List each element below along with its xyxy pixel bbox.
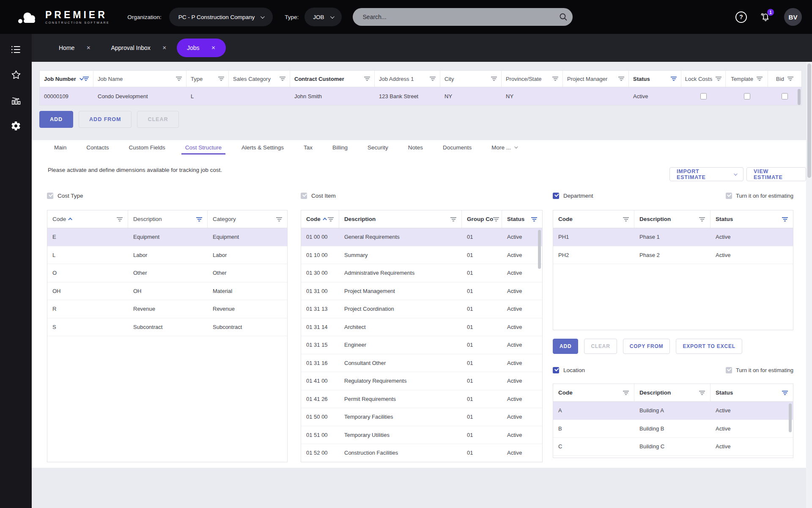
column-header-job-number[interactable]: Job Number bbox=[40, 71, 93, 87]
table-row[interactable]: OH OH Material bbox=[47, 282, 287, 301]
table-row[interactable]: E Equipment Equipment bbox=[47, 228, 287, 246]
department-checkbox[interactable] bbox=[553, 193, 559, 199]
department-add-button[interactable]: ADD bbox=[553, 339, 578, 354]
column-header-description[interactable]: Description bbox=[634, 210, 710, 228]
table-row[interactable]: 01 41 26 Permit Requirements 01 Active bbox=[301, 390, 542, 409]
filter-icon[interactable] bbox=[699, 391, 705, 395]
filter-icon[interactable] bbox=[280, 77, 285, 81]
search-icon[interactable] bbox=[558, 12, 568, 22]
close-icon[interactable]: ✕ bbox=[86, 45, 91, 51]
filter-icon[interactable] bbox=[364, 77, 370, 81]
filter-icon[interactable] bbox=[83, 77, 89, 81]
column-header-description[interactable]: Description bbox=[634, 384, 710, 401]
column-header-status[interactable]: Status bbox=[502, 210, 542, 228]
column-header-bid[interactable]: Bid bbox=[768, 71, 801, 87]
filter-icon[interactable] bbox=[618, 77, 624, 81]
column-header-description[interactable]: Description bbox=[128, 210, 208, 228]
filter-icon[interactable] bbox=[491, 77, 497, 81]
column-header-status[interactable]: Status bbox=[710, 384, 793, 401]
column-header-city[interactable]: City bbox=[440, 71, 502, 87]
tab-approval-inbox[interactable]: Approval Inbox ✕ bbox=[101, 39, 176, 57]
table-row[interactable]: PH2 Phase 2 Active bbox=[553, 246, 793, 265]
tab-alerts-settings[interactable]: Alerts & Settings bbox=[241, 140, 284, 155]
table-row[interactable]: 01 31 14 Architect 01 Active bbox=[301, 318, 542, 337]
location-checkbox[interactable] bbox=[553, 367, 559, 373]
filter-icon[interactable] bbox=[218, 77, 224, 81]
search-input[interactable] bbox=[362, 13, 558, 21]
filter-icon[interactable] bbox=[493, 217, 499, 221]
cost-type-checkbox[interactable] bbox=[47, 193, 53, 199]
help-icon[interactable]: ? bbox=[735, 11, 747, 23]
table-row[interactable]: 01 52 00 Construction Facilities 01 Acti… bbox=[301, 444, 542, 462]
table-row[interactable]: PH1 Phase 1 Active bbox=[553, 228, 793, 246]
table-scrollbar[interactable] bbox=[538, 230, 541, 269]
job-row-selected[interactable]: 00000109 Condo Development L John Smith … bbox=[39, 87, 802, 105]
table-row[interactable]: C Building C Active bbox=[553, 438, 793, 456]
add-from-button[interactable]: ADD FROM bbox=[79, 111, 132, 128]
table-row[interactable]: 01 41 00 Regulatory Requirements 01 Acti… bbox=[301, 372, 542, 390]
template-checkbox[interactable] bbox=[744, 93, 750, 99]
filter-icon[interactable] bbox=[623, 217, 629, 221]
column-header-template[interactable]: Template bbox=[726, 71, 768, 87]
type-select[interactable]: JOB bbox=[304, 8, 341, 26]
tab-notes[interactable]: Notes bbox=[408, 140, 423, 155]
sidebar-item-list[interactable] bbox=[11, 44, 22, 55]
filter-icon[interactable] bbox=[531, 217, 537, 221]
view-estimate-button[interactable]: VIEW ESTIMATE bbox=[746, 167, 806, 181]
import-estimate-button[interactable]: IMPORT ESTIMATE bbox=[669, 167, 743, 181]
department-clear-button[interactable]: CLEAR bbox=[584, 339, 617, 354]
column-header-lock-costs[interactable]: Lock Costs bbox=[681, 71, 726, 87]
filter-icon[interactable] bbox=[552, 77, 558, 81]
column-header-code[interactable]: Code bbox=[553, 210, 634, 228]
table-row[interactable]: O Other Other bbox=[47, 264, 287, 282]
column-header-status[interactable]: Status bbox=[710, 210, 793, 228]
filter-icon[interactable] bbox=[699, 217, 705, 221]
column-header-category[interactable]: Category bbox=[208, 210, 287, 228]
table-row[interactable]: B Building B Active bbox=[553, 420, 793, 438]
tab-tax[interactable]: Tax bbox=[304, 140, 313, 155]
grid-scrollbar[interactable] bbox=[798, 89, 801, 105]
table-row[interactable]: 01 31 00 Project Management 01 Active bbox=[301, 282, 542, 301]
table-row[interactable]: S Subcontract Subcontract bbox=[47, 318, 287, 337]
table-row[interactable]: 01 30 00 Administrative Requirements 01 … bbox=[301, 264, 542, 282]
tab-main[interactable]: Main bbox=[54, 140, 66, 155]
table-row[interactable]: 01 31 15 Engineer 01 Active bbox=[301, 336, 542, 354]
filter-icon[interactable] bbox=[276, 217, 282, 221]
table-row[interactable]: 01 31 16 Consultant Other 01 Active bbox=[301, 354, 542, 373]
column-header-province-state[interactable]: Province/State bbox=[502, 71, 563, 87]
department-copy-from-button[interactable]: COPY FROM bbox=[623, 339, 670, 354]
filter-icon[interactable] bbox=[782, 217, 788, 221]
department-export-to-excel-button[interactable]: EXPORT TO EXCEL bbox=[676, 339, 742, 354]
filter-icon[interactable] bbox=[623, 391, 629, 395]
bid-checkbox[interactable] bbox=[782, 93, 788, 99]
search-bar[interactable] bbox=[353, 8, 573, 26]
lock-costs-checkbox[interactable] bbox=[700, 93, 707, 99]
table-row[interactable]: 01 10 00 Summary 01 Active bbox=[301, 246, 542, 265]
filter-icon[interactable] bbox=[757, 77, 763, 81]
sidebar-item-settings[interactable] bbox=[11, 120, 22, 131]
tab-more[interactable]: More ... bbox=[491, 140, 517, 155]
organization-select[interactable]: PC - P Construction Company bbox=[169, 8, 273, 26]
filter-icon[interactable] bbox=[328, 217, 334, 221]
cost-item-checkbox[interactable] bbox=[301, 193, 307, 199]
column-header-status[interactable]: Status bbox=[629, 71, 681, 87]
tab-security[interactable]: Security bbox=[368, 140, 388, 155]
page-scrollbar-thumb[interactable] bbox=[807, 64, 811, 178]
column-header-description[interactable]: Description bbox=[339, 210, 462, 228]
sidebar-item-favorites[interactable] bbox=[11, 69, 22, 80]
sidebar-item-reports[interactable] bbox=[11, 95, 22, 106]
clear-button[interactable]: CLEAR bbox=[137, 111, 178, 128]
location-estimating-checkbox[interactable] bbox=[726, 367, 732, 373]
tab-documents[interactable]: Documents bbox=[443, 140, 472, 155]
column-header-code[interactable]: Code bbox=[553, 384, 634, 401]
table-row[interactable]: R Revenue Revenue bbox=[47, 300, 287, 318]
close-icon[interactable]: ✕ bbox=[211, 45, 215, 51]
tab-jobs[interactable]: Jobs ✕ bbox=[177, 39, 226, 57]
column-header-job-name[interactable]: Job Name bbox=[93, 71, 187, 87]
tab-home[interactable]: Home ✕ bbox=[49, 39, 101, 57]
add-button[interactable]: ADD bbox=[39, 111, 73, 128]
filter-icon[interactable] bbox=[450, 217, 456, 221]
table-row[interactable]: 01 51 00 Temporary Utilities 01 Active bbox=[301, 426, 542, 444]
filter-icon[interactable] bbox=[430, 77, 436, 81]
tab-contacts[interactable]: Contacts bbox=[86, 140, 109, 155]
